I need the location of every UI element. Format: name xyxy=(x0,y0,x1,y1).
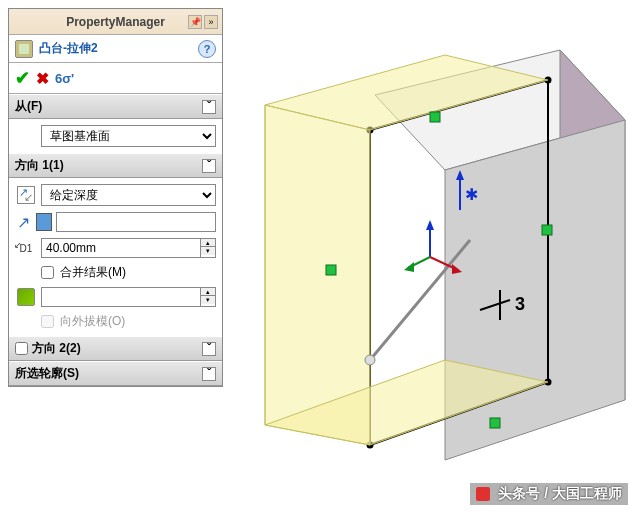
direction-color-swatch[interactable] xyxy=(36,213,52,231)
section-contours-label: 所选轮廓(S) xyxy=(15,365,79,382)
section-dir1-body: 给定深度 ↗ D1 ▴▾ 合并结果(M) ▴▾ xyxy=(9,178,222,336)
help-icon[interactable]: ? xyxy=(198,40,216,58)
reverse-direction-icon[interactable] xyxy=(17,186,35,204)
section-contours-header[interactable]: 所选轮廓(S) ˇ xyxy=(9,361,222,386)
action-row: ✔ ✖ 6σ' xyxy=(9,63,222,94)
draft-spinner[interactable]: ▴▾ xyxy=(200,287,216,307)
ok-button[interactable]: ✔ xyxy=(15,67,30,89)
panel-header: PropertyManager 📌 » xyxy=(9,9,222,35)
merge-result-checkbox[interactable] xyxy=(41,266,54,279)
feature-row: 凸台-拉伸2 ? xyxy=(9,35,222,63)
draft-icon[interactable] xyxy=(17,288,35,306)
section-dir1-header[interactable]: 方向 1(1) ˇ xyxy=(9,153,222,178)
direction-vector-icon[interactable]: ↗ xyxy=(17,213,30,232)
merge-result-row[interactable]: 合并结果(M) xyxy=(15,264,216,281)
collapse-icon[interactable]: ˇ xyxy=(202,100,216,114)
expand-icon[interactable]: ˇ xyxy=(202,367,216,381)
section-from-label: 从(F) xyxy=(15,98,42,115)
merge-result-label: 合并结果(M) xyxy=(60,264,126,281)
svg-rect-25 xyxy=(490,418,500,428)
graphics-viewport[interactable]: ✱ 3 xyxy=(230,0,640,517)
panel-title: PropertyManager xyxy=(66,15,165,29)
extrude-feature-icon xyxy=(15,40,33,58)
svg-rect-26 xyxy=(542,225,552,235)
watermark-logo-icon xyxy=(476,487,490,501)
depth-dimension-icon: D1 xyxy=(20,243,33,254)
collapse-icon[interactable]: ˇ xyxy=(202,159,216,173)
section-from-body: 草图基准面 xyxy=(9,119,222,153)
expand-icon[interactable]: ˇ xyxy=(202,342,216,356)
preview-button[interactable]: 6σ' xyxy=(55,71,74,86)
section-dir1-label: 方向 1(1) xyxy=(15,157,64,174)
start-condition-select[interactable]: 草图基准面 xyxy=(41,125,216,147)
end-condition-select[interactable]: 给定深度 xyxy=(41,184,216,206)
panel-header-icons: 📌 » xyxy=(188,15,218,29)
dimension-value: 3 xyxy=(515,294,525,314)
direction-vector-field[interactable] xyxy=(56,212,216,232)
watermark: 头条号 / 大国工程师 xyxy=(470,483,628,505)
pin-icon[interactable]: 📌 xyxy=(188,15,202,29)
draft-outward-label: 向外拔模(O) xyxy=(60,313,125,330)
svg-rect-23 xyxy=(430,112,440,122)
section-dir2-header[interactable]: 方向 2(2) ˇ xyxy=(9,336,222,361)
svg-point-13 xyxy=(365,355,375,365)
section-from-header[interactable]: 从(F) ˇ xyxy=(9,94,222,119)
draft-angle-input[interactable] xyxy=(41,287,200,307)
feature-name: 凸台-拉伸2 xyxy=(39,40,98,57)
property-manager-panel: PropertyManager 📌 » 凸台-拉伸2 ? ✔ ✖ 6σ' 从(F… xyxy=(8,8,223,387)
expand-icon[interactable]: » xyxy=(204,15,218,29)
depth-input[interactable] xyxy=(41,238,200,258)
svg-text:✱: ✱ xyxy=(465,186,478,203)
draft-outward-checkbox xyxy=(41,315,54,328)
watermark-text: 头条号 / 大国工程师 xyxy=(498,485,622,501)
draft-outward-row: 向外拔模(O) xyxy=(15,313,216,330)
svg-marker-15 xyxy=(426,220,434,230)
depth-spinner[interactable]: ▴▾ xyxy=(200,238,216,258)
section-dir2-label: 方向 2(2) xyxy=(32,340,81,357)
cancel-button[interactable]: ✖ xyxy=(36,69,49,88)
svg-marker-19 xyxy=(404,262,414,272)
dir2-enable-checkbox[interactable] xyxy=(15,342,28,355)
svg-rect-24 xyxy=(326,265,336,275)
